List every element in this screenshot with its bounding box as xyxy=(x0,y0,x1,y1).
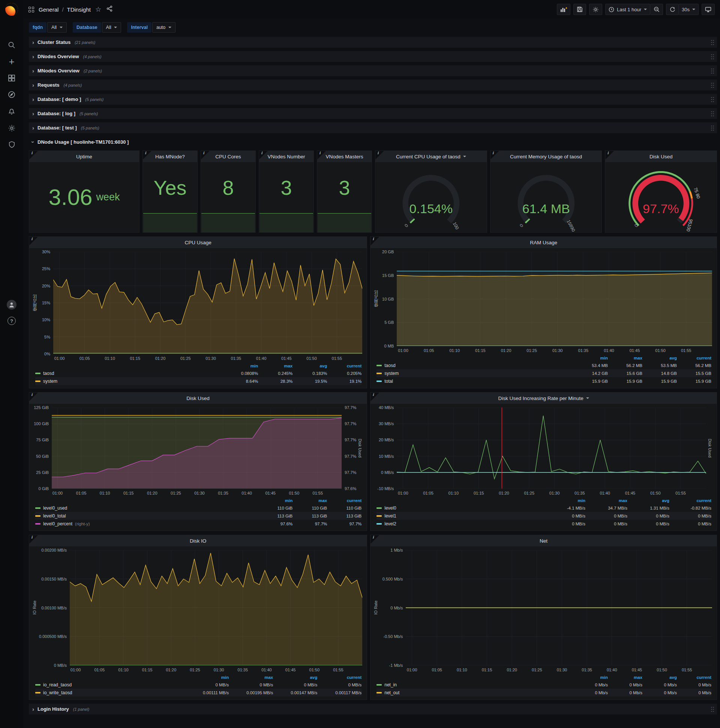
star-icon[interactable]: ☆ xyxy=(95,5,101,14)
panel-header[interactable]: RAM Usage xyxy=(371,237,717,248)
configuration-gear-icon[interactable] xyxy=(0,122,23,135)
legend-item-level2[interactable]: level20 MB/s0 MB/s0 MB/s0 MB/s xyxy=(377,520,711,528)
cycle-view-mode-button[interactable] xyxy=(702,4,715,15)
panel-header[interactable]: Disk Used xyxy=(605,151,717,162)
panel-title[interactable]: VNodes Number xyxy=(268,154,305,159)
row-cluster-status[interactable]: ›Cluster Status(21 panels) xyxy=(29,37,717,47)
panel-header[interactable]: Disk Used Increasing Rate per Minute xyxy=(371,393,717,404)
chart-plot[interactable] xyxy=(397,252,712,346)
panel-title[interactable]: Uptime xyxy=(76,154,92,159)
panel-title[interactable]: Disk Used xyxy=(186,396,210,401)
variable-select-fqdn[interactable]: All xyxy=(47,22,67,33)
dashboards-icon[interactable] xyxy=(0,72,23,84)
row-drag-handle[interactable] xyxy=(711,96,714,102)
panel-title[interactable]: Has MNode? xyxy=(155,154,185,159)
dashboard-settings-button[interactable] xyxy=(589,4,602,15)
explore-compass-icon[interactable] xyxy=(0,88,23,101)
legend-item-level0_total[interactable]: level0_total113 GiB113 GiB113 GiB xyxy=(35,512,362,520)
variable-select-interval[interactable]: auto xyxy=(152,22,175,33)
panel-title[interactable]: VNodes Masters xyxy=(326,154,363,159)
legend-item-io_read_taosd[interactable]: io_read_taosd0 MB/s0 MB/s0 MB/s0 MB/s xyxy=(35,681,362,688)
legend-item-level0[interactable]: level0-4.1 MB/s34.7 MB/s1.31 MB/s-0.82 M… xyxy=(377,504,711,512)
row-requests[interactable]: ›Requests(4 panels) xyxy=(29,80,717,90)
add-panel-button[interactable] xyxy=(557,4,571,15)
save-dashboard-button[interactable] xyxy=(574,4,586,15)
panel-header[interactable]: Current CPU Usage of taosd xyxy=(375,151,487,162)
legend-item-level0_percent[interactable]: level0_percent(right-y)97.6%97.7%97.7% xyxy=(35,520,362,528)
panel-menu-caret[interactable] xyxy=(586,398,589,399)
chart-row-2: i Disk Used 125 GiB100 GiB75 GiB50 GiB25… xyxy=(29,392,717,531)
panel-title[interactable]: CPU Cores xyxy=(215,154,241,159)
grafana-logo[interactable] xyxy=(5,3,18,16)
panel-header[interactable]: Net xyxy=(371,535,717,546)
row-dnodes-overview[interactable]: ›DNodes Overview(4 panels) xyxy=(29,51,717,62)
stat-value-area: Yes xyxy=(143,162,197,232)
panel-header[interactable]: Disk Used xyxy=(29,393,367,404)
share-icon[interactable] xyxy=(107,6,113,13)
panel-title[interactable]: CPU Usage xyxy=(185,240,211,245)
chart-row-1: i CPU Usage 使用占比 30%25%20%15%10%5%0% 01:… xyxy=(29,236,717,388)
refresh-button[interactable] xyxy=(666,4,679,15)
alerting-bell-icon[interactable] xyxy=(0,105,23,118)
row-drag-handle[interactable] xyxy=(711,82,714,88)
legend-header: minmaxavgcurrent xyxy=(35,362,362,369)
row-drag-handle[interactable] xyxy=(711,125,714,131)
row-mnodes-overview[interactable]: ›MNodes Overview(2 panels) xyxy=(29,65,717,76)
legend-item-total[interactable]: total15.9 GB15.9 GB15.9 GB15.9 GB xyxy=(377,377,711,385)
server-admin-shield-icon[interactable] xyxy=(0,138,23,151)
row-drag-handle[interactable] xyxy=(711,111,714,117)
row-drag-handle[interactable] xyxy=(711,54,714,60)
legend-item-io_write_taosd[interactable]: io_write_taosd0.00111 MB/s0.00195 MB/s0.… xyxy=(35,688,362,696)
legend-item-system[interactable]: system8.64%28.3%19.5%19.1% xyxy=(35,377,362,385)
panel-header[interactable]: CPU Usage xyxy=(29,237,367,248)
time-range-picker[interactable]: Last 1 hour xyxy=(605,4,650,15)
chart-plot[interactable] xyxy=(70,550,362,665)
help-icon[interactable]: ? xyxy=(0,315,23,327)
legend-item-net_out[interactable]: net_out0 Mb/s0 Mb/s0 Mb/s0 Mb/s xyxy=(377,688,711,696)
panel-header[interactable]: Current Memory Usage of taosd xyxy=(491,151,602,162)
legend-item-taosd[interactable]: taosd0.0808%0.245%0.183%0.205% xyxy=(35,369,362,377)
row-drag-handle[interactable] xyxy=(711,706,714,712)
panel-title[interactable]: Current Memory Usage of taosd xyxy=(510,154,582,159)
avatar[interactable] xyxy=(0,298,23,311)
variable-select-database[interactable]: All xyxy=(102,22,122,33)
series-color-swatch xyxy=(377,365,382,366)
panel-header[interactable]: Uptime xyxy=(29,151,139,162)
panel-title[interactable]: RAM Usage xyxy=(530,240,557,245)
legend-item-level0_used[interactable]: level0_used110 GiB110 GiB110 GiB xyxy=(35,504,362,512)
row-database-test[interactable]: ›Database: [ test ](5 panels) xyxy=(29,122,717,133)
chart-plot[interactable] xyxy=(52,408,342,489)
refresh-interval-picker[interactable]: 30s xyxy=(679,4,699,15)
svg-text:0: 0 xyxy=(519,223,524,228)
create-plus-icon[interactable]: + xyxy=(0,55,23,68)
row-database-demo[interactable]: ›Database: [ demo ](5 panels) xyxy=(29,94,717,105)
chart-plot[interactable] xyxy=(397,408,706,489)
panel-title[interactable]: Disk Used Increasing Rate per Minute xyxy=(498,396,583,401)
breadcrumb-section[interactable]: General xyxy=(39,6,58,13)
legend-item-level1[interactable]: level10 MB/s0 MB/s0 MB/s0 MB/s xyxy=(377,512,711,520)
legend-item-taosd[interactable]: taosd53.4 MB56.2 MB53.5 MB56.2 MB xyxy=(377,361,711,369)
page-title[interactable]: TDinsight xyxy=(67,6,91,13)
panel-header[interactable]: VNodes Number xyxy=(259,151,314,162)
row-drag-handle[interactable] xyxy=(711,40,714,46)
chart-plot[interactable] xyxy=(406,550,712,665)
panel-title[interactable]: Disk Used xyxy=(650,154,673,159)
row-drag-handle[interactable] xyxy=(711,68,714,74)
panel-header[interactable]: Has MNode? xyxy=(143,151,197,162)
panel-title[interactable]: Disk IO xyxy=(190,538,206,544)
panel-header[interactable]: Disk IO xyxy=(29,535,367,546)
row-login-history[interactable]: ›Login History(1 panel) xyxy=(29,704,717,714)
legend-item-net_in[interactable]: net_in0 Mb/s0 Mb/s0 Mb/s0 Mb/s xyxy=(377,681,711,688)
panel-title[interactable]: Current CPU Usage of taosd xyxy=(396,154,461,159)
row-database-log[interactable]: ›Database: [ log ](5 panels) xyxy=(29,108,717,119)
panel-header[interactable]: VNodes Masters xyxy=(317,151,372,162)
row-dnode-usage[interactable]: ›DNode Usage [ huolinhe-TM1701:6030 ] xyxy=(29,136,717,147)
zoom-out-time-button[interactable] xyxy=(650,4,663,15)
panel-uptime: i Uptime 3.06 week xyxy=(29,150,139,232)
chart-plot[interactable] xyxy=(53,252,362,354)
search-icon[interactable] xyxy=(0,39,23,51)
legend-item-system[interactable]: system14.2 GB15.6 GB14.8 GB15.5 GB xyxy=(377,369,711,377)
panel-menu-caret[interactable] xyxy=(463,156,466,157)
panel-header[interactable]: CPU Cores xyxy=(201,151,255,162)
panel-title[interactable]: Net xyxy=(540,538,548,544)
